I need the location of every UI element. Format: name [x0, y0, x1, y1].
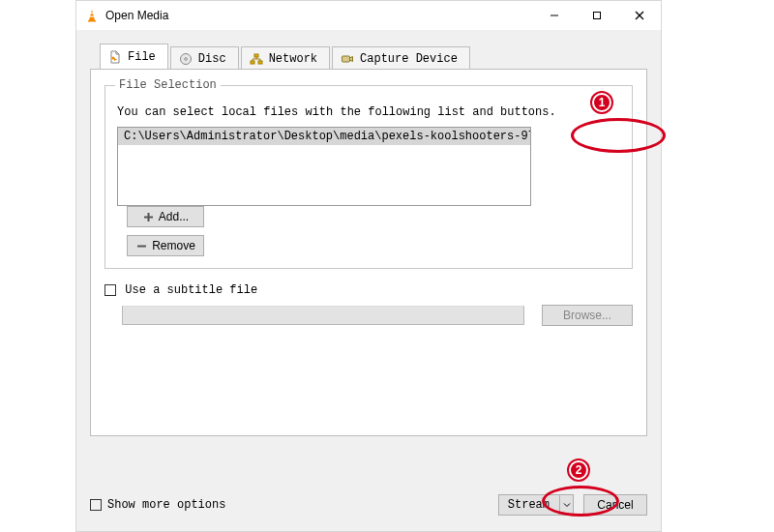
tab-capture-label: Capture Device [360, 52, 458, 66]
subtitle-row: Use a subtitle file Browse... [104, 282, 633, 326]
browse-button-label: Browse... [563, 309, 611, 322]
vlc-cone-icon [84, 8, 100, 23]
subtitle-checkbox[interactable] [104, 284, 116, 296]
file-list-item[interactable]: C:\Users\Administrator\Desktop\media\pex… [118, 128, 530, 145]
file-icon [108, 50, 122, 64]
titlebar: Open Media [76, 1, 661, 30]
svg-rect-11 [251, 61, 254, 64]
minimize-button[interactable] [533, 1, 576, 30]
remove-button[interactable]: Remove [127, 235, 204, 256]
svg-rect-2 [90, 13, 93, 14]
tab-network-label: Network [269, 52, 317, 66]
svg-rect-14 [342, 56, 350, 62]
tab-file-label: File [128, 50, 156, 64]
file-list[interactable]: C:\Users\Administrator\Desktop\media\pex… [117, 127, 531, 206]
tab-file[interactable]: File [100, 44, 168, 69]
tab-disc[interactable]: Disc [170, 46, 239, 70]
tab-network[interactable]: Network [241, 46, 330, 70]
subtitle-path-field [122, 306, 524, 325]
show-more-options-label[interactable]: Show more options [107, 498, 225, 512]
disc-icon [179, 52, 193, 66]
tab-strip: File Disc Network Capture Device [90, 44, 647, 69]
plus-icon [142, 211, 155, 223]
svg-rect-12 [258, 61, 262, 64]
show-more-options-checkbox[interactable] [90, 499, 102, 511]
remove-button-label: Remove [152, 239, 195, 252]
tab-capture[interactable]: Capture Device [332, 46, 470, 70]
stream-split-button[interactable]: Stream [498, 494, 574, 516]
window-title: Open Media [105, 9, 533, 22]
add-button[interactable]: Add... [127, 206, 204, 227]
svg-rect-13 [254, 54, 258, 57]
tab-disc-label: Disc [198, 52, 226, 66]
svg-rect-3 [90, 16, 95, 17]
stream-dropdown-arrow[interactable] [560, 494, 574, 516]
cancel-button[interactable]: Cancel [583, 494, 647, 516]
minus-icon [135, 240, 148, 252]
network-icon [250, 52, 263, 66]
subtitle-checkbox-label[interactable]: Use a subtitle file [125, 283, 257, 297]
cancel-button-label: Cancel [597, 498, 633, 512]
file-selection-group: File Selection You can select local file… [104, 85, 633, 269]
client-area: File Disc Network Capture Device [90, 44, 647, 479]
file-selection-legend: File Selection [115, 78, 221, 92]
file-selection-help: You can select local files with the foll… [117, 105, 620, 119]
tab-panel-file: File Selection You can select local file… [90, 69, 647, 436]
stream-button[interactable]: Stream [498, 494, 560, 516]
svg-point-10 [185, 57, 188, 60]
chevron-down-icon [562, 500, 572, 510]
svg-marker-0 [89, 10, 95, 20]
browse-button: Browse... [542, 305, 633, 326]
add-button-label: Add... [159, 210, 189, 223]
bottom-bar: Show more options Stream Cancel [90, 494, 647, 516]
svg-rect-1 [88, 20, 96, 22]
stream-button-label: Stream [508, 498, 550, 512]
capture-icon [341, 52, 354, 66]
maximize-button[interactable] [576, 1, 618, 30]
close-button[interactable] [618, 1, 661, 30]
svg-rect-5 [594, 13, 601, 19]
open-media-dialog: Open Media File Disc [75, 0, 662, 532]
